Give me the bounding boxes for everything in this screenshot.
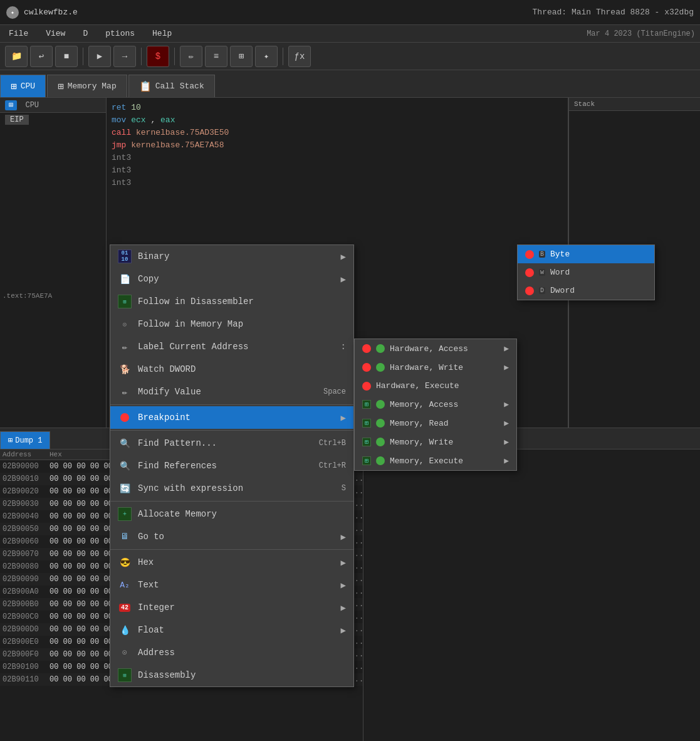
- ctx-find-pattern-shortcut: Ctrl+B: [319, 439, 346, 448]
- bp-mem-execute-icon: ⊞: [362, 456, 371, 465]
- bp-hw-execute-label: Hardware, Execute: [376, 381, 459, 391]
- bp-mem-execute-check: [376, 456, 385, 465]
- ctx-copy-icon: 📄: [118, 272, 132, 286]
- ctx-sep-1: [110, 404, 353, 405]
- ctx-item-breakpoint[interactable]: Breakpoint ▶: [110, 406, 353, 429]
- bp-mem-write-label: Memory, Write: [390, 438, 453, 447]
- ctx-binary-icon: 0110: [118, 250, 132, 263]
- ctx-item-find-refs[interactable]: 🔍 Find References Ctrl+R: [110, 455, 353, 477]
- hw-dword-dot: [525, 286, 534, 295]
- bp-mem-execute[interactable]: ⊞ Memory, Execute ▶: [355, 451, 516, 470]
- ctx-item-text[interactable]: A₂ Text ▶: [110, 574, 353, 596]
- bp-mem-read-label: Memory, Read: [390, 419, 449, 428]
- ctx-sep-3: [110, 501, 353, 502]
- bp-mem-access[interactable]: ⊞ Memory, Access ▶: [355, 395, 516, 414]
- ctx-float-icon: 💧: [118, 623, 132, 637]
- ctx-binary-arrow: ▶: [341, 251, 346, 262]
- ctx-item-binary[interactable]: 0110 Binary ▶: [110, 245, 353, 268]
- ctx-integer-badge: 42: [119, 604, 130, 612]
- hw-size-submenu: B Byte w Word D Dword: [517, 244, 655, 300]
- ctx-item-follow-mem[interactable]: ⊙ Follow in Memory Map: [110, 313, 353, 335]
- ctx-item-hex[interactable]: 😎 Hex ▶: [110, 551, 353, 574]
- bp-mem-access-icon: ⊞: [362, 400, 371, 409]
- bp-mem-execute-arrow: ▶: [504, 456, 509, 466]
- ctx-copy-arrow: ▶: [341, 274, 346, 285]
- ctx-item-find-pattern[interactable]: 🔍 Find Pattern... Ctrl+B: [110, 432, 353, 455]
- bp-hw-write[interactable]: Hardware, Write ▶: [355, 358, 516, 377]
- ctx-item-copy[interactable]: 📄 Copy ▶: [110, 268, 353, 290]
- bp-hw-execute-dot: [362, 382, 371, 391]
- hw-dword-label: Dword: [550, 286, 575, 295]
- bp-hw-write-label: Hardware, Write: [390, 363, 463, 372]
- bp-hw-execute[interactable]: Hardware, Execute: [355, 377, 516, 395]
- bp-mem-write-check: [376, 438, 385, 446]
- bp-mem-access-label: Memory, Access: [390, 400, 458, 409]
- bp-hw-access-dot: [362, 344, 371, 353]
- bp-mem-access-check: [376, 400, 385, 409]
- hw-word-label: Word: [550, 268, 570, 277]
- ctx-find-pattern-icon: 🔍: [118, 436, 132, 450]
- ctx-item-integer[interactable]: 42 Integer ▶: [110, 596, 353, 619]
- ctx-item-label[interactable]: ✏ Label Current Address :: [110, 335, 353, 358]
- hw-word-dot: [525, 268, 534, 277]
- ctx-hex-arrow: ▶: [341, 557, 346, 568]
- ctx-follow-mem-label: Follow in Memory Map: [138, 319, 346, 329]
- hw-byte-dot: [525, 250, 534, 259]
- ctx-item-modify[interactable]: ✏ Modify Value Space: [110, 381, 353, 403]
- ctx-text-icon: A₂: [118, 578, 132, 592]
- ctx-label-icon: ✏: [118, 340, 132, 354]
- bp-mem-write[interactable]: ⊞ Memory, Write ▶: [355, 433, 516, 451]
- ctx-item-float[interactable]: 💧 Float ▶: [110, 619, 353, 641]
- ctx-goto-icon: 🖥: [118, 530, 132, 544]
- ctx-text-arrow: ▶: [341, 580, 346, 591]
- ctx-disasm-label: Disassembly: [138, 670, 346, 680]
- ctx-hex-label: Hex: [138, 557, 330, 567]
- hw-dword-d-icon: D: [539, 287, 545, 294]
- ctx-sync-icon: 🔄: [118, 481, 132, 495]
- ctx-sync-label: Sync with expression: [138, 483, 335, 493]
- hw-dword[interactable]: D Dword: [518, 281, 654, 300]
- ctx-sep-4: [110, 549, 353, 550]
- ctx-breakpoint-icon: [118, 411, 132, 424]
- ctx-sep-2: [110, 430, 353, 431]
- ctx-address-label: Address: [138, 648, 346, 658]
- ctx-find-pattern-label: Find Pattern...: [138, 438, 313, 448]
- ctx-float-label: Float: [138, 625, 330, 635]
- hw-byte-label: Byte: [550, 250, 570, 259]
- hw-byte-b-icon: B: [539, 251, 545, 258]
- bp-hw-access-check: [376, 344, 385, 353]
- ctx-modify-icon: ✏: [118, 385, 132, 399]
- ctx-item-address[interactable]: ⊙ Address: [110, 641, 353, 664]
- ctx-item-disasm[interactable]: ⊞ Disassembly: [110, 664, 353, 686]
- ctx-watch-icon: 🐕: [118, 362, 132, 376]
- bp-hw-write-check: [376, 363, 385, 372]
- bp-mem-read[interactable]: ⊞ Memory, Read ▶: [355, 414, 516, 433]
- ctx-breakpoint-dot: [120, 413, 129, 422]
- ctx-follow-dis-icon: ⊞: [118, 295, 132, 308]
- ctx-item-follow-dis[interactable]: ⊞ Follow in Disassembler: [110, 290, 353, 313]
- ctx-item-goto[interactable]: 🖥 Go to ▶: [110, 525, 353, 548]
- bp-mem-execute-label: Memory, Execute: [390, 456, 463, 466]
- ctx-integer-icon: 42: [118, 601, 132, 614]
- context-menu-main: 0110 Binary ▶ 📄 Copy ▶ ⊞ Follow in Disas…: [110, 244, 354, 687]
- bp-hw-access[interactable]: Hardware, Access ▶: [355, 339, 516, 358]
- ctx-float-arrow: ▶: [341, 625, 346, 636]
- bp-mem-read-icon: ⊞: [362, 419, 371, 428]
- ctx-binary-label: Binary: [138, 251, 330, 261]
- ctx-item-watch[interactable]: 🐕 Watch DWORD: [110, 358, 353, 381]
- ctx-label-shortcut: :: [341, 342, 346, 352]
- ctx-copy-label: Copy: [138, 274, 330, 284]
- ctx-integer-label: Integer: [138, 602, 330, 612]
- bp-mem-write-icon: ⊞: [362, 438, 371, 446]
- hw-byte[interactable]: B Byte: [518, 245, 654, 263]
- ctx-item-sync[interactable]: 🔄 Sync with expression S: [110, 477, 353, 500]
- context-menu-overlay[interactable]: 0110 Binary ▶ 📄 Copy ▶ ⊞ Follow in Disas…: [0, 0, 700, 741]
- breakpoint-submenu: Hardware, Access ▶ Hardware, Write ▶ Har…: [354, 339, 517, 471]
- hw-word[interactable]: w Word: [518, 263, 654, 281]
- bp-hw-access-label: Hardware, Access: [390, 344, 468, 354]
- ctx-item-alloc[interactable]: + Allocate Memory: [110, 503, 353, 525]
- ctx-sync-shortcut: S: [342, 484, 346, 493]
- ctx-goto-label: Go to: [138, 532, 330, 542]
- ctx-alloc-label: Allocate Memory: [138, 509, 346, 519]
- ctx-breakpoint-arrow: ▶: [341, 413, 346, 423]
